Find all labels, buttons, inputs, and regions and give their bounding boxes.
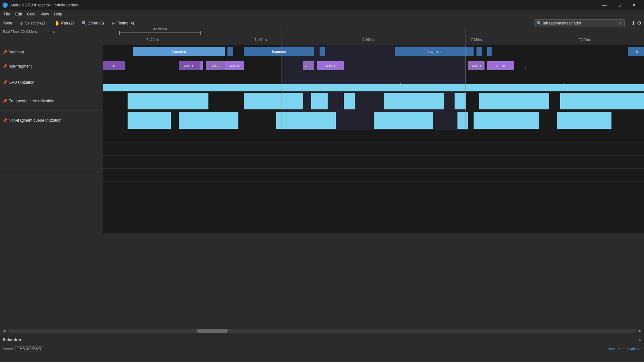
empty-row-3 — [0, 156, 644, 169]
vertex-bar-4: ver... — [206, 61, 225, 70]
gpu-utilization-track-row: 📌 GPU utilization — [0, 73, 644, 91]
pan-icon: ✋ — [54, 21, 60, 26]
vertex-bar-2: vertex — [179, 61, 198, 70]
nonfrag-cursor-1 — [282, 59, 282, 73]
maximize-button[interactable]: □ — [612, 0, 627, 10]
empty-row-7 — [0, 207, 644, 220]
time-tick-5: 7,200ms — [579, 38, 591, 42]
menu-help[interactable]: Help — [52, 11, 65, 17]
frag-queue-cursor-2 — [466, 91, 466, 111]
scroll-right-button[interactable]: ▶ — [637, 328, 643, 334]
fragment-track-row: 📌 fragment fragment fragment fragment fr — [0, 45, 644, 59]
minimize-button[interactable]: — — [597, 0, 612, 10]
update-link[interactable]: New update available — [608, 347, 641, 351]
time-header: Total Time: 20s052ms 4ms 30.964ms 7,120m… — [0, 28, 644, 45]
menu-view[interactable]: View — [38, 11, 52, 17]
menu-edit[interactable]: Edit — [13, 11, 24, 17]
nonfrag-queue-seg-2 — [179, 112, 238, 129]
fragment-track-content[interactable]: fragment fragment fragment fr — [103, 45, 644, 59]
empty-row-8 — [0, 220, 644, 233]
non-fragment-queue-track-row: 📌 Non-fragment queue utilization — [0, 111, 644, 130]
fragment-bar-2 — [227, 47, 233, 56]
fragment-pin-icon[interactable]: 📌 — [3, 50, 7, 54]
title-bar: 🌐 Android GPU Inspector - fortnite.perfe… — [0, 0, 644, 10]
nonfrag-queue-seg-6 — [474, 112, 538, 129]
window-controls: — □ ✕ — [597, 0, 641, 10]
fragment-label-text: fragment — [9, 50, 24, 54]
non-fragment-track-row: 📌 non-fragment x vertex ver... vertex ve… — [0, 59, 644, 73]
scroll-track[interactable] — [8, 329, 636, 333]
gpu-util-pin-icon[interactable]: 📌 — [3, 80, 7, 85]
search-box[interactable]: 🔍 ✕ — [534, 19, 625, 27]
fragment-bar-3: fragment — [244, 47, 314, 56]
gpu-util-mark-2 — [563, 83, 563, 84]
non-fragment-queue-track-content[interactable] — [103, 111, 644, 130]
gpu-utilization-label-text: GPU utilization — [9, 80, 34, 85]
fragment-queue-track-content[interactable] — [103, 91, 644, 111]
mode-timing-label: Timing (4) — [117, 21, 134, 25]
vertex-bar-9: vertex — [487, 61, 514, 70]
non-fragment-queue-track-label: 📌 Non-fragment queue utilization — [0, 111, 103, 130]
nonfrag-queue-pin-icon[interactable]: 📌 — [3, 118, 7, 123]
bottom-bar-footer: Server: 9MB of 258MB New update availabl… — [0, 344, 644, 353]
frag-queue-seg-1 — [128, 93, 209, 109]
mode-pan-button[interactable]: ✋ Pan (2) — [53, 20, 75, 26]
mode-selection-button[interactable]: ⊹ Selection (1) — [18, 20, 48, 26]
close-button[interactable]: ✕ — [627, 0, 641, 10]
time-ruler: 30.964ms 7,120ms 7,140ms 7,160ms 7,180ms… — [103, 28, 644, 45]
fragment-bar-6 — [476, 47, 482, 56]
scroll-thumb[interactable] — [197, 329, 228, 333]
selection-end-line — [466, 28, 466, 45]
server-value: 9MB of 258MB — [15, 346, 43, 351]
tick-mark-3 — [525, 66, 525, 70]
fragment-bar-4 — [320, 47, 325, 56]
frag-queue-seg-2 — [244, 93, 303, 109]
collapse-button[interactable]: ∧ — [638, 337, 641, 342]
empty-row-4 — [0, 169, 644, 181]
scrollbar-area: ◀ ▶ — [0, 326, 644, 335]
app-icon: 🌐 — [3, 3, 8, 8]
timing-icon: ⊢ — [112, 21, 116, 26]
fragment-track-label: 📌 fragment — [0, 45, 103, 59]
mode-zoom-button[interactable]: 🔍 Zoom (3) — [80, 20, 105, 26]
zoom-icon: 🔍 — [82, 21, 87, 26]
clear-search-button[interactable]: ✕ — [619, 21, 622, 26]
scale-label: 4ms — [49, 30, 55, 33]
vertex-bar-8: vertex — [468, 61, 484, 70]
menu-goto[interactable]: Goto — [24, 11, 38, 17]
time-tick-2: 7,140ms — [255, 38, 267, 42]
gpu-util-bar — [103, 84, 644, 91]
gpu-utilization-track-content[interactable] — [103, 73, 644, 91]
time-tick-1: 7,120ms — [146, 38, 159, 42]
frag-queue-pin-icon[interactable]: 📌 — [3, 99, 7, 103]
search-input[interactable] — [543, 21, 619, 25]
nonfrag-queue-seg-7 — [557, 112, 611, 129]
empty-row-1 — [0, 130, 644, 143]
bottom-bar-header: Selection ∧ — [0, 335, 644, 344]
fragment-bar-8: fr — [628, 47, 644, 56]
settings-button[interactable]: ⚙ — [637, 20, 641, 26]
tick-mark-2 — [344, 66, 344, 70]
menu-file[interactable]: File — [1, 11, 13, 17]
fragment-queue-track-row: 📌 Fragment queue utilization — [0, 91, 644, 111]
tracks-area: 📌 fragment fragment fragment fragment fr — [0, 45, 644, 326]
mode-timing-button[interactable]: ⊢ Timing (4) — [111, 20, 136, 26]
gpu-utilization-track-label: 📌 GPU utilization — [0, 73, 103, 91]
bottom-bar: Selection ∧ Server: 9MB of 258MB New upd… — [0, 335, 644, 353]
selection-start-line — [282, 28, 282, 45]
mode-bar: Mode: ⊹ Selection (1) ✋ Pan (2) 🔍 Zoom (… — [0, 18, 644, 28]
search-icon: 🔍 — [537, 21, 542, 25]
menu-bar: File Edit Goto View Help — [0, 10, 644, 18]
non-fragment-pin-icon[interactable]: 📌 — [3, 64, 7, 69]
vertex-bar-sep — [198, 61, 200, 70]
mode-pan-label: Pan (2) — [61, 21, 74, 25]
scroll-left-button[interactable]: ◀ — [1, 328, 7, 334]
empty-row-5 — [0, 181, 644, 194]
vertex-bar-3 — [200, 61, 203, 70]
non-fragment-track-content[interactable]: x vertex ver... vertex ver... vertex ver… — [103, 59, 644, 73]
window-title: Android GPU Inspector - fortnite.perfett… — [10, 3, 80, 7]
info-button[interactable]: ℹ — [632, 20, 634, 26]
empty-row-2 — [0, 143, 644, 156]
nonfrag-queue-seg-5 — [457, 112, 468, 129]
frag-queue-seg-4 — [344, 93, 355, 109]
